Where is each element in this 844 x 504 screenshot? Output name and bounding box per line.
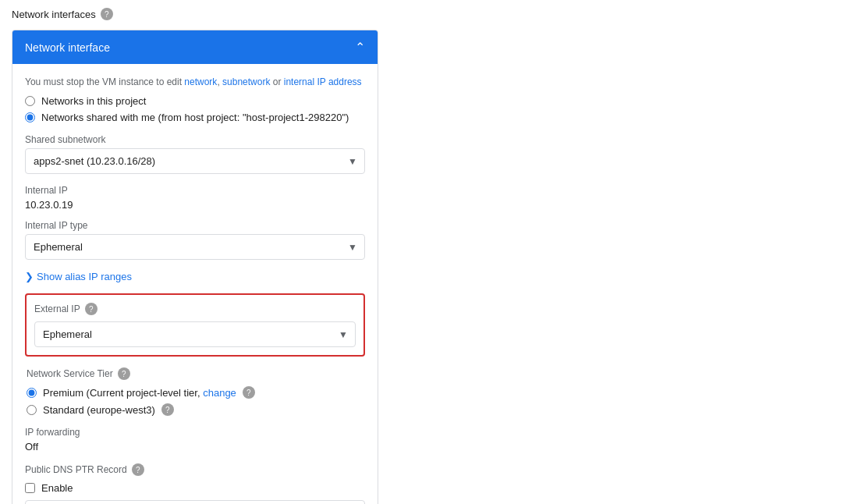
standard-tier-label: Standard (europe-west3) — [43, 404, 155, 416]
change-tier-link[interactable]: change — [203, 387, 236, 399]
service-tier-help-icon[interactable]: ? — [118, 367, 130, 380]
enable-dns-ptr-input[interactable] — [25, 483, 35, 493]
premium-tier-input[interactable] — [27, 388, 37, 398]
show-alias-ip-label: Show alias IP ranges — [37, 271, 132, 282]
shared-subnetwork-select-wrapper: apps2-snet (10.23.0.16/28) ▼ — [25, 148, 365, 174]
external-ip-help-icon[interactable]: ? — [85, 303, 98, 315]
chevron-right-icon: ❯ — [25, 271, 34, 282]
external-ip-label: External IP — [34, 303, 80, 314]
enable-dns-ptr-checkbox[interactable]: Enable — [25, 482, 365, 494]
page-help-icon[interactable]: ? — [101, 8, 113, 20]
service-tier-label: Network Service Tier — [27, 368, 113, 379]
shared-subnetwork-label: Shared subnetwork — [25, 134, 365, 145]
network-interface-card: Network interface ⌃ You must stop the VM… — [12, 30, 378, 504]
card-body: You must stop the VM instance to edit ne… — [12, 64, 378, 504]
dns-ptr-section: Public DNS PTR Record ? Enable — [25, 463, 365, 504]
dns-ptr-label-row: Public DNS PTR Record ? — [25, 463, 365, 476]
standard-tier-help-icon[interactable]: ? — [161, 403, 174, 416]
internal-ip-link[interactable]: internal IP address — [284, 76, 362, 87]
show-alias-ip-link[interactable]: ❯ Show alias IP ranges — [25, 271, 365, 282]
internal-ip-type-label: Internal IP type — [25, 220, 365, 231]
shared-subnetwork-select[interactable]: apps2-snet (10.23.0.16/28) — [25, 148, 365, 174]
page-title: Network interfaces — [12, 9, 96, 20]
ptr-domain-input[interactable] — [25, 500, 365, 504]
subnetwork-link[interactable]: subnetwork — [222, 76, 270, 87]
dns-ptr-help-icon[interactable]: ? — [132, 463, 144, 476]
card-header: Network interface ⌃ — [12, 30, 378, 64]
external-ip-label-row: External IP ? — [34, 303, 356, 315]
internal-ip-type-select[interactable]: Ephemeral Static None — [25, 234, 365, 260]
service-tier-label-row: Network Service Tier ? — [27, 367, 365, 380]
card-header-title: Network interface — [25, 41, 110, 54]
enable-dns-ptr-label: Enable — [41, 482, 73, 494]
networks-shared-input[interactable] — [25, 112, 35, 122]
network-service-tier-section: Network Service Tier ? Premium (Current … — [25, 367, 365, 416]
premium-tier-help-icon[interactable]: ? — [243, 386, 255, 399]
networks-in-project-radio[interactable]: Networks in this project — [25, 95, 365, 107]
internal-ip-value: 10.23.0.19 — [25, 199, 365, 211]
standard-tier-input[interactable] — [27, 405, 37, 415]
ip-forwarding-value: Off — [25, 441, 365, 453]
internal-ip-label: Internal IP — [25, 185, 365, 196]
info-text: You must stop the VM instance to edit ne… — [25, 76, 365, 87]
external-ip-select-wrapper: Ephemeral Static None ▼ — [34, 321, 356, 347]
internal-ip-type-select-wrapper: Ephemeral Static None ▼ — [25, 234, 365, 260]
collapse-icon[interactable]: ⌃ — [355, 40, 365, 55]
networks-in-project-input[interactable] — [25, 96, 35, 106]
ip-forwarding-section: IP forwarding Off — [25, 427, 365, 453]
networks-shared-radio[interactable]: Networks shared with me (from host proje… — [25, 112, 365, 123]
standard-tier-radio[interactable]: Standard (europe-west3) ? — [27, 403, 365, 416]
external-ip-select[interactable]: Ephemeral Static None — [34, 321, 356, 347]
dns-ptr-label: Public DNS PTR Record — [25, 464, 127, 475]
network-radio-group: Networks in this project Networks shared… — [25, 95, 365, 123]
networks-in-project-label: Networks in this project — [41, 95, 146, 107]
premium-tier-label: Premium (Current project-level tier, cha… — [43, 387, 236, 399]
ip-forwarding-label: IP forwarding — [25, 427, 365, 438]
network-link[interactable]: network — [184, 76, 217, 87]
external-ip-section: External IP ? Ephemeral Static None ▼ — [25, 293, 365, 357]
premium-tier-radio[interactable]: Premium (Current project-level tier, cha… — [27, 386, 365, 399]
networks-shared-label: Networks shared with me (from host proje… — [41, 112, 349, 123]
